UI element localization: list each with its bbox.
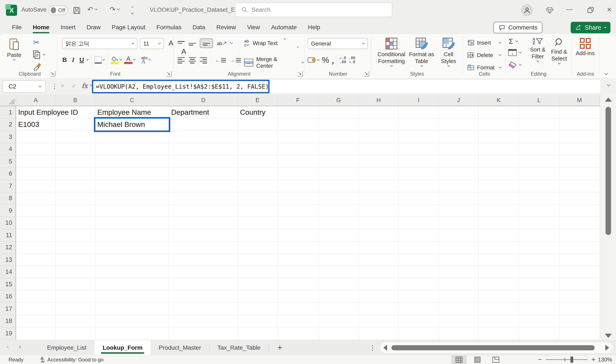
cell-I12[interactable] — [399, 241, 439, 254]
orientation-chevron-icon[interactable] — [230, 41, 233, 44]
zoom-out-button[interactable]: − — [538, 356, 542, 364]
cell-A12[interactable] — [16, 241, 56, 254]
redo-button[interactable]: ↷ — [110, 5, 119, 14]
row-header-5[interactable]: 5 — [0, 155, 16, 168]
cell-C19[interactable] — [95, 327, 169, 340]
sheet-tab-lookup-form[interactable]: Lookup_Form — [95, 340, 151, 355]
cell-G2[interactable] — [319, 118, 359, 131]
undo-button[interactable]: ↶ — [87, 5, 97, 14]
cell-I13[interactable] — [399, 254, 439, 266]
tab-insert[interactable]: Insert — [61, 21, 76, 34]
cell-L11[interactable] — [519, 229, 559, 241]
cell-C18[interactable] — [95, 315, 169, 327]
cell-F10[interactable] — [277, 217, 319, 229]
cell-C4[interactable] — [95, 143, 169, 156]
cell-L19[interactable] — [519, 327, 559, 340]
cell-D7[interactable] — [169, 180, 238, 192]
minimize-button[interactable]: — — [566, 6, 573, 13]
cell-M19[interactable] — [559, 327, 600, 340]
cell-H3[interactable] — [359, 131, 399, 143]
cell-M1[interactable] — [559, 106, 600, 118]
cell-M9[interactable] — [559, 204, 600, 217]
cell-C12[interactable] — [95, 241, 169, 254]
cell-J15[interactable] — [439, 278, 479, 290]
cell-C14[interactable] — [95, 266, 169, 278]
accounting-format-button[interactable] — [308, 57, 319, 63]
accessibility-icon[interactable] — [39, 357, 45, 363]
cell-J6[interactable] — [439, 168, 479, 180]
cell-I10[interactable] — [399, 217, 439, 229]
cell-F18[interactable] — [277, 315, 319, 327]
cell-I7[interactable] — [399, 180, 439, 192]
avatar[interactable] — [521, 4, 533, 16]
row-header-12[interactable]: 12 — [0, 241, 16, 254]
page-layout-view-button[interactable] — [470, 355, 485, 364]
cell-C5[interactable] — [95, 155, 169, 168]
fill-color-button[interactable] — [111, 56, 119, 64]
cell-B8[interactable] — [56, 192, 95, 205]
cell-F13[interactable] — [277, 254, 319, 266]
cell-J12[interactable] — [439, 241, 479, 254]
name-box[interactable]: C2 — [2, 80, 46, 93]
cell-A19[interactable] — [16, 327, 56, 340]
cell-C7[interactable] — [95, 180, 169, 192]
column-header-C[interactable]: C — [95, 94, 169, 106]
cell-L9[interactable] — [519, 204, 559, 217]
cell-L18[interactable] — [519, 315, 559, 327]
cell-C10[interactable] — [95, 217, 169, 229]
cell-H2[interactable] — [359, 118, 399, 131]
add-sheet-button[interactable]: + — [277, 343, 282, 352]
cell-B15[interactable] — [56, 278, 95, 290]
cell-A17[interactable] — [16, 303, 56, 315]
close-button[interactable]: × — [607, 5, 612, 14]
cell-A10[interactable] — [16, 217, 56, 229]
decrease-indent-button[interactable]: ← — [215, 57, 226, 63]
cell-L3[interactable] — [519, 131, 559, 143]
cell-B16[interactable] — [56, 290, 95, 303]
borders-button[interactable] — [95, 56, 102, 64]
cell-G11[interactable] — [319, 229, 359, 241]
row-header-17[interactable]: 17 — [0, 303, 16, 315]
cell-G18[interactable] — [319, 315, 359, 327]
cell-L12[interactable] — [519, 241, 559, 254]
cell-C16[interactable] — [95, 290, 169, 303]
cell-I16[interactable] — [399, 290, 439, 303]
cell-styles-button[interactable]: Cell Styles — [439, 38, 458, 66]
cell-G5[interactable] — [319, 155, 359, 168]
cell-M6[interactable] — [559, 168, 600, 180]
cell-J9[interactable] — [439, 204, 479, 217]
cell-H11[interactable] — [359, 229, 399, 241]
cell-E12[interactable] — [238, 241, 277, 254]
cell-M8[interactable] — [559, 192, 600, 205]
cell-A7[interactable] — [16, 180, 56, 192]
cell-E15[interactable] — [238, 278, 277, 290]
comma-style-button[interactable]: , — [332, 58, 334, 62]
cell-D3[interactable] — [169, 131, 238, 143]
cell-M10[interactable] — [559, 217, 600, 229]
format-painter-icon[interactable] — [33, 62, 42, 71]
zoom-in-button[interactable]: + — [591, 356, 595, 364]
cell-G8[interactable] — [319, 192, 359, 205]
cell-H13[interactable] — [359, 254, 399, 266]
cell-K16[interactable] — [479, 290, 519, 303]
cell-C1[interactable]: Employee Name — [95, 106, 169, 118]
bold-button[interactable]: B — [61, 56, 68, 64]
cell-L8[interactable] — [519, 192, 559, 205]
cell-A4[interactable] — [16, 143, 56, 156]
cell-I11[interactable] — [399, 229, 439, 241]
cell-D8[interactable] — [169, 192, 238, 205]
cell-D12[interactable] — [169, 241, 238, 254]
horizontal-scrollbar[interactable] — [380, 342, 612, 353]
cell-G3[interactable] — [319, 131, 359, 143]
cell-D19[interactable] — [169, 327, 238, 340]
decrease-decimal-button[interactable]: .00→.0 — [349, 56, 355, 64]
cell-M18[interactable] — [559, 315, 600, 327]
tab-view[interactable]: View — [247, 21, 260, 34]
cell-M17[interactable] — [559, 303, 600, 315]
cell-G17[interactable] — [319, 303, 359, 315]
cell-B14[interactable] — [56, 266, 95, 278]
column-header-F[interactable]: F — [277, 94, 319, 106]
row-header-3[interactable]: 3 — [0, 131, 16, 143]
cell-I4[interactable] — [399, 143, 439, 156]
cell-D6[interactable] — [169, 168, 238, 180]
